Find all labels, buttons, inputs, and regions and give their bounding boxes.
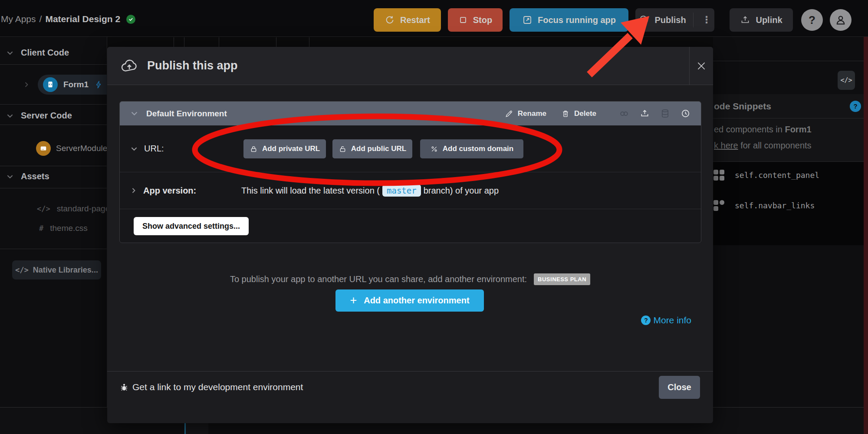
divider bbox=[0, 104, 107, 105]
server-code-label: Server Code bbox=[21, 111, 72, 121]
sidebar-item-theme-css[interactable]: # theme.css bbox=[39, 224, 88, 233]
sidebar-item-servermodule1[interactable]: ServerModule1 bbox=[36, 141, 107, 156]
layout-grid-icon bbox=[713, 170, 724, 181]
advanced-row: Show advanced settings... bbox=[120, 209, 701, 243]
form1-pill[interactable]: Form1 bbox=[38, 75, 107, 95]
divider bbox=[0, 64, 107, 65]
add-public-url-button[interactable]: Add public URL bbox=[332, 139, 412, 158]
help-button[interactable]: ? bbox=[801, 9, 823, 31]
sidebar-section-server-code[interactable]: Server Code bbox=[6, 111, 72, 121]
uplink-button[interactable]: Uplink bbox=[730, 8, 793, 32]
plus-icon: + bbox=[350, 295, 357, 306]
lock-icon bbox=[250, 145, 258, 153]
modal-footer: Get a link to my development environment… bbox=[107, 371, 713, 423]
dev-link-label: Get a link to my development environment bbox=[132, 382, 303, 392]
bug-icon bbox=[119, 382, 129, 392]
divider bbox=[0, 249, 107, 249]
sidebar-section-assets[interactable]: Assets bbox=[6, 171, 49, 181]
chevron-down-icon bbox=[6, 112, 14, 120]
add-another-environment-button[interactable]: + Add another environment bbox=[335, 289, 484, 312]
sidebar-section-client-code[interactable]: Client Code bbox=[6, 48, 69, 58]
publish-main[interactable]: Publish bbox=[635, 14, 688, 26]
modal-header: Publish this app bbox=[107, 47, 713, 85]
snippet-navbar-links[interactable]: self.navbar_links bbox=[713, 200, 815, 211]
snippet-code: self.navbar_links bbox=[735, 201, 815, 210]
pencil-icon bbox=[505, 109, 513, 118]
rename-button[interactable]: Rename bbox=[505, 109, 546, 118]
native-libraries-button[interactable]: </> Native Libraries... bbox=[12, 260, 101, 279]
user-icon bbox=[834, 13, 847, 26]
servermodule1-label: ServerModule1 bbox=[56, 144, 107, 153]
all-components-line: k here for all components bbox=[714, 141, 812, 151]
app-version-toggle[interactable]: App version: bbox=[130, 172, 196, 209]
rename-label: Rename bbox=[518, 109, 546, 118]
focus-label: Focus running app bbox=[538, 15, 616, 25]
code-snippets-title: ode Snippets bbox=[714, 101, 771, 112]
stop-button[interactable]: Stop bbox=[448, 8, 503, 32]
breadcrumb: My Apps / Material Design 2 bbox=[1, 14, 135, 24]
code-view-button[interactable]: </> bbox=[838, 71, 855, 90]
code-icon: </> bbox=[37, 204, 50, 213]
snippets-help-icon[interactable]: ? bbox=[850, 101, 861, 112]
app-browser-sidebar: Client Code Form1 Server Code ServerModu… bbox=[0, 37, 107, 434]
dev-environment-link[interactable]: Get a link to my development environment bbox=[119, 382, 303, 392]
account-button[interactable] bbox=[830, 9, 852, 31]
sidebar-item-form1[interactable]: Form1 bbox=[23, 75, 107, 95]
more-info-label: More info bbox=[653, 315, 691, 326]
tab-divider bbox=[309, 37, 309, 47]
chevron-down-icon bbox=[6, 173, 14, 181]
code-snippets-panel: </> ode Snippets ? ed components in Form… bbox=[713, 37, 868, 434]
divider bbox=[713, 61, 868, 61]
publish-button[interactable]: Publish ⋮ bbox=[635, 8, 714, 32]
external-link-icon bbox=[522, 15, 533, 25]
chevron-right-icon bbox=[130, 187, 137, 194]
tab-divider bbox=[184, 37, 184, 47]
database-icon[interactable] bbox=[660, 108, 670, 118]
app-edge-strip bbox=[864, 37, 868, 434]
focus-running-app-button[interactable]: Focus running app bbox=[510, 8, 628, 32]
topbar: My Apps / Material Design 2 Restart Stop… bbox=[0, 0, 868, 37]
help-question-icon: ? bbox=[809, 13, 815, 27]
topbar-actions: Restart Stop Focus running app Publish ⋮ bbox=[374, 8, 852, 32]
info-question-icon: ? bbox=[641, 316, 651, 325]
add-private-url-button[interactable]: Add private URL bbox=[243, 139, 326, 158]
url-label: URL: bbox=[144, 144, 164, 154]
publish-label: Publish bbox=[654, 15, 686, 25]
restart-label: Restart bbox=[400, 15, 430, 25]
custom-domain-icon bbox=[430, 145, 438, 153]
snippets-list: self.content_panel self.navbar_links bbox=[713, 162, 868, 245]
delete-label: Delete bbox=[574, 109, 596, 118]
uplink-icon bbox=[740, 15, 750, 25]
share-line: To publish your app to another URL you c… bbox=[107, 273, 713, 285]
close-modal-button[interactable] bbox=[689, 47, 713, 85]
sidebar-item-standard-page[interactable]: </> standard-page bbox=[37, 204, 107, 214]
chevron-right-icon[interactable] bbox=[23, 81, 30, 88]
stop-label: Stop bbox=[473, 15, 492, 25]
snippet-content-panel[interactable]: self.content_panel bbox=[713, 170, 819, 181]
cloud-upload-icon bbox=[120, 57, 138, 75]
upload-icon[interactable] bbox=[640, 108, 650, 118]
breadcrumb-current: Material Design 2 bbox=[45, 14, 120, 24]
add-custom-domain-button[interactable]: Add custom domain bbox=[420, 139, 523, 158]
version-description: This link will load the latest version (… bbox=[241, 172, 499, 209]
add-environment-label: Add another environment bbox=[364, 296, 469, 306]
link-icon[interactable] bbox=[619, 108, 629, 119]
publish-menu-kebab-icon[interactable]: ⋮ bbox=[699, 14, 714, 26]
saved-check-icon bbox=[126, 15, 135, 24]
environment-bar[interactable]: Default Environment Rename Delete bbox=[120, 102, 701, 125]
history-clock-icon[interactable] bbox=[681, 108, 690, 118]
divider bbox=[0, 166, 107, 166]
delete-button[interactable]: Delete bbox=[561, 109, 596, 118]
more-info-link[interactable]: ? More info bbox=[641, 315, 691, 326]
all-components-link[interactable]: k here bbox=[714, 141, 738, 150]
code-icon: </> bbox=[15, 266, 29, 274]
close-button[interactable]: Close bbox=[659, 376, 700, 399]
branch-pill: master bbox=[382, 184, 421, 197]
components-info: ed components in Form1 k here for all co… bbox=[713, 118, 868, 162]
url-row-toggle[interactable]: URL: bbox=[130, 125, 164, 172]
restart-button[interactable]: Restart bbox=[374, 8, 441, 32]
breadcrumb-parent[interactable]: My Apps bbox=[1, 14, 36, 24]
add-public-url-label: Add public URL bbox=[351, 145, 406, 153]
server-module-icon bbox=[36, 141, 51, 156]
show-advanced-settings-button[interactable]: Show advanced settings... bbox=[134, 217, 249, 235]
